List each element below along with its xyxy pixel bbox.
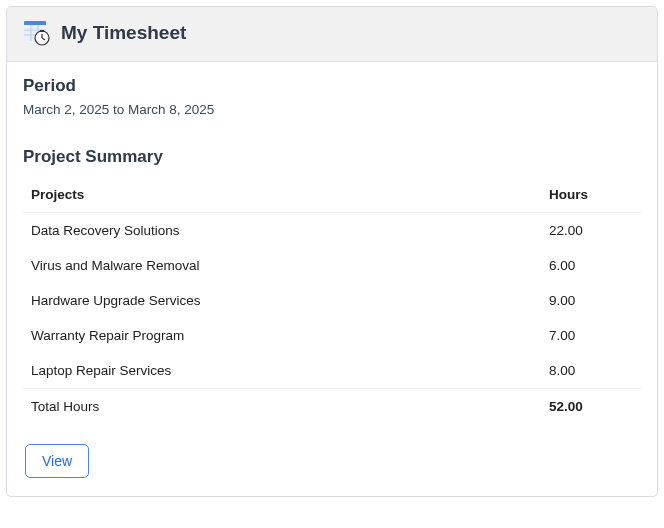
project-name: Data Recovery Solutions	[23, 213, 541, 249]
page-title: My Timesheet	[61, 22, 186, 44]
total-label: Total Hours	[23, 389, 541, 425]
project-hours: 22.00	[541, 213, 641, 249]
project-hours: 6.00	[541, 248, 641, 283]
summary-title: Project Summary	[23, 147, 641, 167]
summary-table: Projects Hours Data Recovery Solutions22…	[23, 177, 641, 424]
col-projects: Projects	[23, 177, 541, 213]
project-name: Hardware Upgrade Services	[23, 283, 541, 318]
card-body: Period March 2, 2025 to March 8, 2025 Pr…	[7, 62, 657, 496]
card-header: My Timesheet	[7, 7, 657, 62]
period-label: Period	[23, 76, 641, 96]
total-row: Total Hours52.00	[23, 389, 641, 425]
table-row: Laptop Repair Services8.00	[23, 353, 641, 389]
timesheet-card: My Timesheet Period March 2, 2025 to Mar…	[6, 6, 658, 497]
project-name: Laptop Repair Services	[23, 353, 541, 389]
total-hours: 52.00	[541, 389, 641, 425]
timesheet-icon	[23, 19, 51, 47]
project-hours: 9.00	[541, 283, 641, 318]
period-range: March 2, 2025 to March 8, 2025	[23, 102, 641, 117]
table-row: Virus and Malware Removal6.00	[23, 248, 641, 283]
table-row: Data Recovery Solutions22.00	[23, 213, 641, 249]
view-button[interactable]: View	[25, 444, 89, 478]
svg-rect-7	[40, 30, 44, 32]
table-row: Warranty Repair Program7.00	[23, 318, 641, 353]
project-hours: 8.00	[541, 353, 641, 389]
project-hours: 7.00	[541, 318, 641, 353]
col-hours: Hours	[541, 177, 641, 213]
table-row: Hardware Upgrade Services9.00	[23, 283, 641, 318]
project-name: Warranty Repair Program	[23, 318, 541, 353]
project-name: Virus and Malware Removal	[23, 248, 541, 283]
